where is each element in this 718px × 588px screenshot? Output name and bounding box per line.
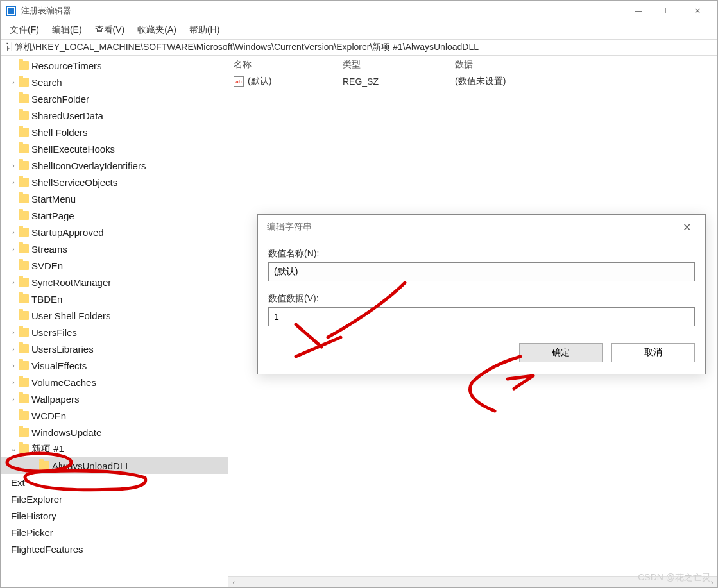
tree-label: StartMenu [31,194,76,205]
list-header[interactable]: 名称 类型 数据 [228,56,717,74]
tree-item-streams[interactable]: ›Streams [1,240,228,257]
tree-label: Search [31,77,62,88]
tree-item-shellserviceobjects[interactable]: ›ShellServiceObjects [1,174,228,190]
folder-icon [19,228,29,237]
tree-item-fileexplorer[interactable]: FileExplorer [1,491,228,507]
menu-help[interactable]: 帮助(H) [184,23,225,37]
folder-icon [19,411,29,420]
tree-item-filehistory[interactable]: FileHistory [1,507,228,524]
tree-label: SearchFolder [31,94,89,105]
tree-item-startpage[interactable]: StartPage [1,207,228,224]
tree-item-syncrootmanager[interactable]: ›SyncRootManager [1,274,228,290]
value-data-input[interactable] [268,307,695,326]
chevron-icon: › [10,362,17,369]
tree-view[interactable]: ResourceTimers›SearchSearchFolderSharedU… [1,56,228,587]
col-data[interactable]: 数据 [450,59,717,71]
cancel-button[interactable]: 取消 [611,343,695,362]
tree-label: UsersFiles [31,327,77,338]
tree-item-volumecaches[interactable]: ›VolumeCaches [1,374,228,391]
tree-item-filepicker[interactable]: FilePicker [1,524,228,541]
value-data-label: 数值数据(V): [268,293,695,305]
address-bar[interactable]: 计算机\HKEY_LOCAL_MACHINE\SOFTWARE\Microsof… [1,39,717,56]
tree-label: Shell Folders [31,127,88,138]
folder-icon [19,311,29,320]
tree-item-user-shell-folders[interactable]: User Shell Folders [1,307,228,324]
scroll-right-icon[interactable]: › [706,577,717,587]
tree-label: ShellIconOverlayIdentifiers [31,160,146,171]
tree-label: TBDEn [31,294,62,305]
list-row[interactable]: (默认) REG_SZ (数值未设置) [228,74,717,89]
chevron-icon: › [10,279,17,286]
minimize-button[interactable]: — [624,1,653,21]
tree-item--1[interactable]: ⌄新项 #1 [1,441,228,457]
tree-item-visualeffects[interactable]: ›VisualEffects [1,357,228,374]
folder-icon [19,278,29,287]
folder-icon [19,261,29,270]
tree-item-shelliconoverlayidentifiers[interactable]: ›ShellIconOverlayIdentifiers [1,157,228,174]
tree-label: StartupApproved [31,227,104,238]
string-value-icon [234,76,244,87]
tree-label: ShellServiceObjects [31,177,117,188]
tree-item-alwaysunloaddll[interactable]: AlwaysUnloadDLL [1,457,228,474]
tree-item-tbden[interactable]: TBDEn [1,290,228,307]
chevron-icon: › [10,246,17,253]
tree-item-userslibraries[interactable]: ›UsersLibraries [1,340,228,357]
tree-item-shareduserdata[interactable]: SharedUserData [1,107,228,124]
tree-label: WindowsUpdate [31,427,101,438]
tree-item-svden[interactable]: SVDEn [1,257,228,274]
list-h-scrollbar[interactable]: ‹ › [228,576,717,587]
value-name-label: 数值名称(N): [268,248,695,260]
tree-item-windowsupdate[interactable]: WindowsUpdate [1,424,228,441]
menu-bar: 文件(F) 编辑(E) 查看(V) 收藏夹(A) 帮助(H) [1,21,717,39]
tree-label: VisualEffects [31,360,87,371]
chevron-icon: › [10,229,17,236]
tree-label: UsersLibraries [31,344,94,355]
row-name: (默认) [248,76,271,87]
tree-item-wallpapers[interactable]: ›Wallpapers [1,391,228,407]
folder-icon [19,94,29,103]
folder-icon [39,461,49,470]
tree-item-wcden[interactable]: WCDEn [1,407,228,424]
chevron-icon: › [10,162,17,169]
dialog-title-bar[interactable]: 编辑字符串 ✕ [258,215,705,239]
row-data: (数值未设置) [450,76,717,87]
close-button[interactable]: ✕ [683,1,712,21]
dialog-close-button[interactable]: ✕ [678,219,696,236]
folder-icon [19,211,29,220]
tree-item-flightedfeatures[interactable]: FlightedFeatures [1,541,228,557]
col-name[interactable]: 名称 [228,59,338,71]
menu-edit[interactable]: 编辑(E) [47,23,87,37]
menu-file[interactable]: 文件(F) [4,23,44,37]
folder-icon [19,294,29,303]
chevron-icon: › [10,179,17,186]
tree-item-usersfiles[interactable]: ›UsersFiles [1,324,228,340]
folder-icon [19,444,29,453]
chevron-icon: › [10,379,17,386]
col-type[interactable]: 类型 [338,59,450,71]
maximize-button[interactable]: ☐ [653,1,683,21]
tree-label: SVDEn [31,260,63,271]
tree-label: AlwaysUnloadDLL [52,460,131,471]
folder-icon [19,194,29,203]
folder-icon [19,178,29,187]
tree-item-searchfolder[interactable]: SearchFolder [1,90,228,107]
tree-label: SharedUserData [31,110,103,121]
tree-item-shell-folders[interactable]: Shell Folders [1,124,228,140]
scroll-left-icon[interactable]: ‹ [228,577,239,587]
tree-item-resourcetimers[interactable]: ResourceTimers [1,57,228,74]
menu-favorites[interactable]: 收藏夹(A) [132,23,182,37]
menu-view[interactable]: 查看(V) [90,23,130,37]
folder-icon [19,344,29,353]
ok-button[interactable]: 确定 [519,343,603,362]
dialog-title: 编辑字符串 [267,221,312,233]
tree-item-startmenu[interactable]: StartMenu [1,190,228,207]
folder-icon [19,378,29,387]
tree-item-shellexecutehooks[interactable]: ShellExecuteHooks [1,140,228,157]
tree-label: Wallpapers [31,394,79,405]
tree-item-startupapproved[interactable]: ›StartupApproved [1,224,228,240]
folder-icon [19,78,29,87]
value-name-input[interactable] [268,262,695,281]
tree-item-ext[interactable]: Ext [1,474,228,491]
tree-item-search[interactable]: ›Search [1,74,228,90]
edit-string-dialog: 编辑字符串 ✕ 数值名称(N): 数值数据(V): 确定 取消 [257,214,706,374]
